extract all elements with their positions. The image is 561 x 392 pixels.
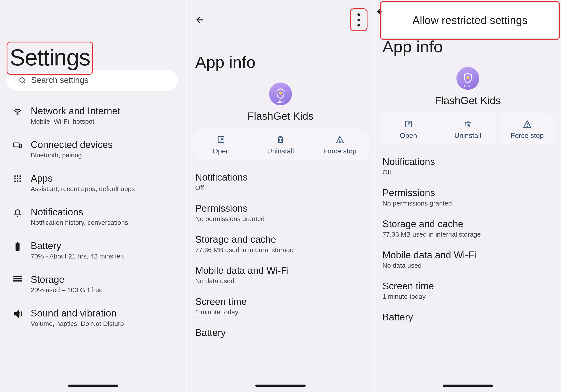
section-title: Screen time	[195, 296, 366, 307]
svg-point-7	[19, 175, 21, 177]
section-title: Mobile data and Wi-Fi	[195, 265, 366, 276]
shield-icon	[463, 73, 473, 84]
section-mobile-data[interactable]: Mobile data and Wi-Fi No data used	[375, 244, 561, 275]
page-title: App info	[187, 35, 374, 83]
action-label: Open	[213, 147, 230, 155]
svg-rect-3	[14, 143, 19, 147]
more-options-button[interactable]	[350, 8, 367, 31]
list-item-title: Apps	[31, 173, 135, 184]
open-icon	[404, 120, 413, 128]
list-item-apps[interactable]: Apps Assistant, recent apps, default app…	[0, 166, 186, 200]
app-icon-label: Child	[277, 100, 284, 103]
trash-icon	[276, 135, 285, 144]
section-title: Notifications	[382, 156, 553, 167]
svg-point-0	[20, 78, 24, 82]
gesture-bar	[68, 385, 118, 387]
search-placeholder: Search settings	[31, 75, 88, 85]
svg-rect-18	[13, 280, 22, 282]
arrow-left-icon	[195, 15, 205, 25]
section-battery[interactable]: Battery	[375, 306, 561, 330]
section-subtitle: 77.36 MB used in internal storage	[382, 231, 553, 238]
volume-icon	[12, 308, 23, 319]
list-item-title: Notifications	[31, 206, 128, 217]
search-icon	[18, 76, 26, 84]
section-mobile-data[interactable]: Mobile data and Wi-Fi No data used	[187, 259, 374, 290]
shield-icon	[276, 88, 285, 99]
section-notifications[interactable]: Notifications Off	[375, 151, 561, 182]
list-item-subtitle: 70% - About 21 hrs, 42 mins left	[31, 253, 124, 260]
section-title: Notifications	[195, 172, 366, 183]
list-item-title: Network and Internet	[31, 105, 120, 116]
action-label: Uninstall	[267, 147, 294, 155]
app-icon: Child	[269, 83, 292, 105]
list-item-storage[interactable]: Storage 20% used – 103 GB free	[0, 267, 186, 301]
section-subtitle: No permissions granted	[195, 215, 366, 223]
section-storage[interactable]: Storage and cache 77.36 MB used in inter…	[375, 213, 561, 244]
section-permissions[interactable]: Permissions No permissions granted	[375, 182, 561, 213]
back-button[interactable]	[194, 13, 207, 27]
uninstall-button[interactable]: Uninstall	[251, 129, 310, 161]
section-title: Storage and cache	[382, 218, 553, 229]
list-item-subtitle: Assistant, recent apps, default apps	[31, 185, 135, 193]
svg-rect-15	[17, 242, 18, 243]
open-button[interactable]: Open	[379, 113, 438, 145]
svg-point-12	[17, 180, 18, 182]
uninstall-button[interactable]: Uninstall	[438, 113, 497, 145]
battery-icon	[12, 240, 23, 251]
section-title: Storage and cache	[195, 234, 366, 245]
app-icon: Child	[456, 67, 479, 90]
section-subtitle: Off	[382, 168, 553, 176]
action-row: Open Uninstall Force stop	[192, 129, 369, 161]
list-item-network[interactable]: Network and Internet Mobile, Wi-Fi, hots…	[0, 99, 186, 132]
app-header: Child FlashGet Kids	[187, 83, 374, 122]
svg-point-21	[339, 141, 340, 142]
wifi-icon	[12, 105, 23, 116]
section-subtitle: Off	[195, 184, 366, 192]
svg-point-10	[19, 178, 21, 179]
list-item-sound[interactable]: Sound and vibration Volume, haptics, Do …	[0, 301, 186, 334]
action-label: Force stop	[323, 147, 356, 155]
list-item-subtitle: 20% used – 103 GB free	[31, 286, 103, 294]
force-stop-button[interactable]: Force stop	[497, 113, 557, 145]
highlight-settings-title: Settings	[7, 41, 93, 75]
list-item-notifications[interactable]: Notifications Notification history, conv…	[0, 200, 186, 233]
svg-line-1	[24, 82, 25, 83]
svg-point-2	[17, 114, 18, 115]
more-vertical-icon	[357, 13, 360, 27]
svg-point-13	[19, 180, 21, 182]
list-item-subtitle: Volume, haptics, Do Not Disturb	[31, 320, 124, 327]
svg-point-11	[14, 180, 16, 182]
svg-rect-17	[13, 278, 22, 279]
section-title: Permissions	[382, 187, 553, 198]
section-subtitle: No data used	[382, 262, 553, 269]
app-icon-label: Child	[464, 84, 472, 88]
gesture-bar	[255, 385, 306, 387]
menu-item-label: Allow restricted settings	[388, 14, 551, 27]
open-icon	[217, 135, 226, 144]
section-storage[interactable]: Storage and cache 77.36 MB used in inter…	[187, 228, 374, 259]
action-label: Uninstall	[454, 132, 481, 140]
menu-item-allow-restricted[interactable]: Allow restricted settings	[382, 3, 558, 38]
list-item-title: Sound and vibration	[31, 308, 124, 319]
appinfo-panel-with-popup: Allow restricted settings App info Child…	[375, 0, 561, 392]
action-label: Force stop	[511, 132, 544, 140]
section-subtitle: No data used	[195, 277, 366, 285]
svg-rect-16	[13, 276, 22, 277]
section-permissions[interactable]: Permissions No permissions granted	[187, 197, 374, 228]
list-item-battery[interactable]: Battery 70% - About 21 hrs, 42 mins left	[0, 233, 186, 267]
svg-point-6	[17, 175, 18, 177]
list-item-title: Storage	[31, 274, 103, 285]
force-stop-button[interactable]: Force stop	[310, 129, 369, 161]
list-item-title: Connected devices	[31, 139, 113, 150]
list-item-subtitle: Mobile, Wi-Fi, hotspot	[31, 118, 120, 125]
open-button[interactable]: Open	[192, 129, 251, 161]
section-notifications[interactable]: Notifications Off	[187, 166, 374, 197]
section-screen-time[interactable]: Screen time 1 minute today	[187, 290, 374, 321]
list-item-connected-devices[interactable]: Connected devices Bluetooth, pairing	[0, 132, 186, 166]
app-name: FlashGet Kids	[435, 94, 501, 107]
section-screen-time[interactable]: Screen time 1 minute today	[375, 275, 561, 306]
list-item-subtitle: Bluetooth, pairing	[31, 152, 113, 159]
section-title: Permissions	[195, 203, 366, 214]
app-header: Child FlashGet Kids	[375, 67, 561, 107]
section-battery[interactable]: Battery	[187, 321, 374, 345]
